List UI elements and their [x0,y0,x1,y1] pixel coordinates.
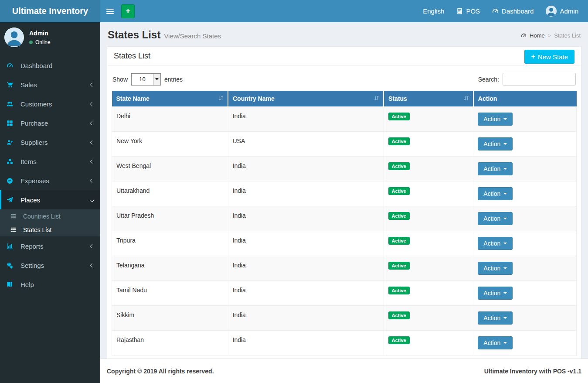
sidebar-link-sales[interactable]: Sales [0,75,100,94]
page-footer: Copyright © 2019 All rights reserved. Ul… [100,359,588,383]
action-dropdown-button[interactable]: Action [478,187,513,200]
new-state-button[interactable]: + New State [524,50,574,64]
nav-item-label: POS [466,7,480,15]
chevron-left-icon [90,140,95,144]
gears-icon [7,262,16,269]
nav-item-label: English [423,7,444,15]
hamburger-icon [106,9,114,10]
state-name-cell: Tripura [112,231,228,256]
action-dropdown-button[interactable]: Action [478,237,513,250]
sidebar-link-suppliers[interactable]: Suppliers [0,133,100,152]
sidebar-subitem-countries-list[interactable]: Countries List [0,209,100,223]
sidebar-link-expenses[interactable]: Expenses [0,171,100,190]
app-logo: Ultimate Inventory [0,0,100,22]
country-name-cell: India [228,280,384,305]
action-dropdown-button[interactable]: Action [478,212,513,225]
navbar-avatar [546,6,557,17]
chevron-left-icon [90,178,95,183]
caret-down-icon [503,292,507,294]
nav-item-label: Admin [560,7,578,15]
minus-circle-icon [7,178,16,184]
sidebar-menu: DashboardSalesCustomersPurchaseSuppliers… [0,56,100,294]
column-header-state-name[interactable]: State Name [112,91,228,106]
action-cell: Action [473,256,577,280]
column-header-country-name[interactable]: Country Name [228,91,384,106]
action-dropdown-button[interactable]: Action [478,262,513,275]
sidebar-item-expenses: Expenses [0,171,100,190]
status-cell: Active [384,231,473,256]
action-button-label: Action [483,116,500,123]
sidebar-item-items: Items [0,152,100,171]
user-avatar [4,27,24,47]
sidebar-subitem-states-list[interactable]: States List [0,223,100,236]
column-label: Action [478,95,497,102]
search-label: Search: [478,76,499,83]
action-dropdown-button[interactable]: Action [478,311,513,325]
caret-down-icon [503,118,507,120]
user-plus-icon [7,139,16,146]
action-button-label: Action [483,215,500,222]
sidebar-link-dashboard[interactable]: Dashboard [0,56,100,75]
status-cell: Active [384,206,473,231]
table-row-telangana: TelanganaIndiaActiveAction [112,256,577,280]
sidebar-link-reports[interactable]: Reports [0,236,100,256]
status-badge: Active [388,311,410,319]
plus-icon: + [531,53,535,61]
sidebar-item-label: Items [20,158,91,165]
nav-item-english[interactable]: English [417,0,450,22]
quick-add-button[interactable]: + [121,4,135,18]
country-name-cell: India [228,156,384,181]
action-button-label: Action [483,240,500,247]
state-name-cell: Sikkim [112,305,228,330]
search-input[interactable] [503,73,576,85]
page-length-select[interactable]: 10 [131,73,161,85]
state-name-cell: New York [112,131,228,156]
content-header: States List View/Search States Home > St… [107,29,581,41]
country-name-cell: India [228,305,384,330]
table-row-new-york: New YorkUSAActiveAction [112,131,577,156]
sidebar-link-help[interactable]: Help [0,275,100,294]
chevron-left-icon [90,244,95,248]
country-name-cell: India [228,206,384,231]
chevron-left-icon [90,159,95,164]
page-subtitle: View/Search States [164,32,221,40]
new-state-label: New State [538,53,568,61]
status-cell: Active [384,305,473,330]
action-cell: Action [473,305,577,330]
breadcrumb-home-link[interactable]: Home [530,32,545,39]
sidebar-item-label: Expenses [20,177,91,185]
select-arrow-icon [153,74,160,85]
grid-icon [7,120,16,127]
state-name-cell: West Bengal [112,156,228,181]
sidebar-link-purchase[interactable]: Purchase [0,113,100,133]
column-header-action: Action [473,91,577,106]
caret-down-icon [503,193,507,195]
action-cell: Action [473,206,577,231]
action-dropdown-button[interactable]: Action [478,162,513,175]
sidebar-subitem-label: States List [23,226,51,233]
table-row-west-bengal: West BengalIndiaActiveAction [112,156,577,181]
chevron-left-icon [90,82,95,87]
sidebar-item-label: Purchase [20,120,91,127]
nav-item-pos[interactable]: POS [450,0,486,22]
nav-item-dashboard[interactable]: Dashboard [486,0,540,22]
action-dropdown-button[interactable]: Action [478,287,513,300]
paper-plane-icon [7,197,16,203]
breadcrumb-separator: > [548,32,551,39]
chevron-left-icon [90,263,95,267]
sidebar-link-customers[interactable]: Customers [0,94,100,113]
country-name-cell: India [228,106,384,131]
column-header-status[interactable]: Status [384,91,473,106]
sidebar-link-places[interactable]: Places [0,190,100,209]
sidebar-link-items[interactable]: Items [0,152,100,171]
caret-down-icon [503,243,507,244]
sidebar-link-settings[interactable]: Settings [0,256,100,275]
action-dropdown-button[interactable]: Action [478,137,513,150]
table-row-delhi: DelhiIndiaActiveAction [112,106,577,131]
action-dropdown-button[interactable]: Action [478,336,513,349]
nav-item-admin[interactable]: Admin [540,0,585,22]
action-dropdown-button[interactable]: Action [478,113,513,126]
sidebar-toggle-button[interactable] [100,0,120,22]
submenu-places: Countries ListStates List [0,209,100,236]
online-label: Online [35,39,51,45]
